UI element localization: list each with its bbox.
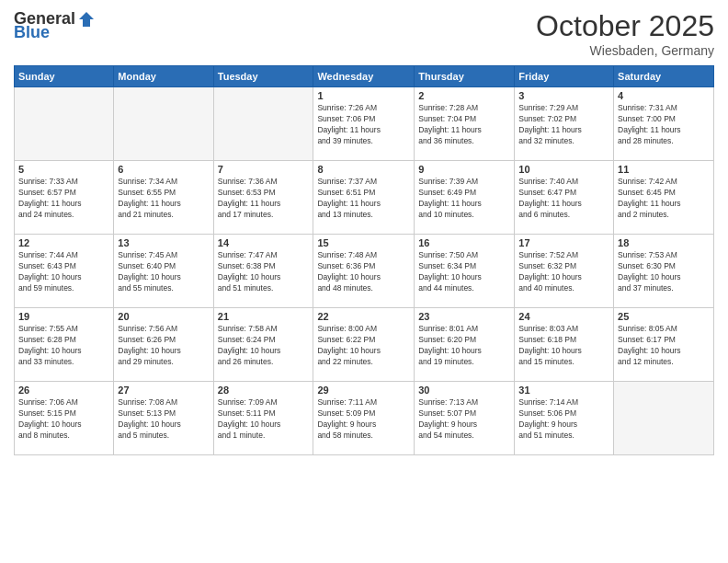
day-number: 7 <box>218 164 310 175</box>
day-number: 2 <box>418 90 510 101</box>
header-sunday: Sunday <box>15 66 114 87</box>
day-cell: 11Sunrise: 7:42 AMSunset: 6:45 PMDayligh… <box>614 161 714 235</box>
day-number: 11 <box>618 164 710 175</box>
header-monday: Monday <box>114 66 213 87</box>
day-number: 30 <box>418 385 510 396</box>
day-cell: 5Sunrise: 7:33 AMSunset: 6:57 PMDaylight… <box>15 161 114 235</box>
day-cell: 27Sunrise: 7:08 AMSunset: 5:13 PMDayligh… <box>114 382 213 455</box>
day-info: Sunrise: 7:53 AMSunset: 6:30 PMDaylight:… <box>618 250 710 294</box>
day-cell: 19Sunrise: 7:55 AMSunset: 6:28 PMDayligh… <box>15 308 114 382</box>
day-info: Sunrise: 7:08 AMSunset: 5:13 PMDaylight:… <box>118 397 209 442</box>
day-cell: 23Sunrise: 8:01 AMSunset: 6:20 PMDayligh… <box>415 308 515 382</box>
calendar-table: Sunday Monday Tuesday Wednesday Thursday… <box>14 65 714 455</box>
day-cell: 7Sunrise: 7:36 AMSunset: 6:53 PMDaylight… <box>213 161 313 235</box>
day-number: 31 <box>518 385 609 396</box>
header: General Blue October 2025 Wiesbaden, Ger… <box>14 9 714 58</box>
day-cell: 22Sunrise: 8:00 AMSunset: 6:22 PMDayligh… <box>313 308 415 382</box>
day-info: Sunrise: 7:39 AMSunset: 6:49 PMDaylight:… <box>418 177 510 221</box>
day-number: 22 <box>317 311 410 322</box>
day-number: 13 <box>118 237 209 248</box>
day-cell: 1Sunrise: 7:26 AMSunset: 7:06 PMDaylight… <box>313 87 415 161</box>
day-info: Sunrise: 7:14 AMSunset: 5:06 PMDaylight:… <box>518 397 609 442</box>
day-info: Sunrise: 7:28 AMSunset: 7:04 PMDaylight:… <box>418 103 510 147</box>
day-cell: 24Sunrise: 8:03 AMSunset: 6:18 PMDayligh… <box>515 308 614 382</box>
day-cell <box>614 382 714 455</box>
title-month: October 2025 <box>536 9 714 43</box>
day-info: Sunrise: 7:42 AMSunset: 6:45 PMDaylight:… <box>618 177 710 221</box>
day-number: 6 <box>118 164 209 175</box>
week-row-3: 12Sunrise: 7:44 AMSunset: 6:43 PMDayligh… <box>15 235 714 308</box>
day-info: Sunrise: 7:26 AMSunset: 7:06 PMDaylight:… <box>317 103 410 147</box>
day-info: Sunrise: 7:50 AMSunset: 6:34 PMDaylight:… <box>418 250 510 294</box>
day-info: Sunrise: 7:36 AMSunset: 6:53 PMDaylight:… <box>218 177 310 221</box>
day-cell <box>15 87 114 161</box>
svg-marker-0 <box>79 12 94 27</box>
day-number: 27 <box>118 385 209 396</box>
day-info: Sunrise: 7:47 AMSunset: 6:38 PMDaylight:… <box>218 250 310 294</box>
header-saturday: Saturday <box>614 66 714 87</box>
day-info: Sunrise: 8:03 AMSunset: 6:18 PMDaylight:… <box>518 324 609 368</box>
day-info: Sunrise: 7:45 AMSunset: 6:40 PMDaylight:… <box>118 250 209 294</box>
day-info: Sunrise: 7:11 AMSunset: 5:09 PMDaylight:… <box>317 397 410 442</box>
day-number: 21 <box>218 311 310 322</box>
day-info: Sunrise: 7:06 AMSunset: 5:15 PMDaylight:… <box>18 397 109 442</box>
day-number: 18 <box>618 237 710 248</box>
day-info: Sunrise: 7:34 AMSunset: 6:55 PMDaylight:… <box>118 177 209 221</box>
day-cell: 13Sunrise: 7:45 AMSunset: 6:40 PMDayligh… <box>114 235 213 308</box>
week-row-4: 19Sunrise: 7:55 AMSunset: 6:28 PMDayligh… <box>15 308 714 382</box>
title-block: October 2025 Wiesbaden, Germany <box>536 9 714 58</box>
day-cell: 6Sunrise: 7:34 AMSunset: 6:55 PMDaylight… <box>114 161 213 235</box>
day-info: Sunrise: 8:05 AMSunset: 6:17 PMDaylight:… <box>618 324 710 368</box>
day-cell: 8Sunrise: 7:37 AMSunset: 6:51 PMDaylight… <box>313 161 415 235</box>
day-info: Sunrise: 7:33 AMSunset: 6:57 PMDaylight:… <box>18 177 109 221</box>
day-info: Sunrise: 7:44 AMSunset: 6:43 PMDaylight:… <box>18 250 109 294</box>
day-number: 3 <box>518 90 609 101</box>
day-cell: 3Sunrise: 7:29 AMSunset: 7:02 PMDaylight… <box>515 87 614 161</box>
header-friday: Friday <box>515 66 614 87</box>
day-info: Sunrise: 7:52 AMSunset: 6:32 PMDaylight:… <box>518 250 609 294</box>
day-cell <box>213 87 313 161</box>
weekday-header-row: Sunday Monday Tuesday Wednesday Thursday… <box>15 66 714 87</box>
day-cell: 15Sunrise: 7:48 AMSunset: 6:36 PMDayligh… <box>313 235 415 308</box>
day-cell: 18Sunrise: 7:53 AMSunset: 6:30 PMDayligh… <box>614 235 714 308</box>
day-number: 26 <box>18 385 109 396</box>
day-number: 28 <box>218 385 310 396</box>
day-number: 20 <box>118 311 209 322</box>
day-number: 15 <box>317 237 410 248</box>
logo-blue: Blue <box>14 23 50 42</box>
logo-icon <box>77 10 96 29</box>
header-thursday: Thursday <box>415 66 515 87</box>
day-number: 19 <box>18 311 109 322</box>
day-number: 17 <box>518 237 609 248</box>
day-cell: 2Sunrise: 7:28 AMSunset: 7:04 PMDaylight… <box>415 87 515 161</box>
day-cell: 12Sunrise: 7:44 AMSunset: 6:43 PMDayligh… <box>15 235 114 308</box>
day-info: Sunrise: 8:01 AMSunset: 6:20 PMDaylight:… <box>418 324 510 368</box>
day-number: 8 <box>317 164 410 175</box>
day-number: 4 <box>618 90 710 101</box>
page: General Blue October 2025 Wiesbaden, Ger… <box>0 0 728 563</box>
day-cell: 16Sunrise: 7:50 AMSunset: 6:34 PMDayligh… <box>415 235 515 308</box>
header-wednesday: Wednesday <box>313 66 415 87</box>
day-cell: 31Sunrise: 7:14 AMSunset: 5:06 PMDayligh… <box>515 382 614 455</box>
day-cell: 26Sunrise: 7:06 AMSunset: 5:15 PMDayligh… <box>15 382 114 455</box>
day-number: 10 <box>518 164 609 175</box>
day-info: Sunrise: 7:55 AMSunset: 6:28 PMDaylight:… <box>18 324 109 368</box>
day-number: 5 <box>18 164 109 175</box>
day-cell: 20Sunrise: 7:56 AMSunset: 6:26 PMDayligh… <box>114 308 213 382</box>
day-cell: 17Sunrise: 7:52 AMSunset: 6:32 PMDayligh… <box>515 235 614 308</box>
day-cell: 25Sunrise: 8:05 AMSunset: 6:17 PMDayligh… <box>614 308 714 382</box>
day-cell: 10Sunrise: 7:40 AMSunset: 6:47 PMDayligh… <box>515 161 614 235</box>
day-info: Sunrise: 7:56 AMSunset: 6:26 PMDaylight:… <box>118 324 209 368</box>
week-row-2: 5Sunrise: 7:33 AMSunset: 6:57 PMDaylight… <box>15 161 714 235</box>
week-row-1: 1Sunrise: 7:26 AMSunset: 7:06 PMDaylight… <box>15 87 714 161</box>
day-number: 1 <box>317 90 410 101</box>
day-cell: 14Sunrise: 7:47 AMSunset: 6:38 PMDayligh… <box>213 235 313 308</box>
day-cell: 4Sunrise: 7:31 AMSunset: 7:00 PMDaylight… <box>614 87 714 161</box>
day-number: 24 <box>518 311 609 322</box>
logo: General Blue <box>14 9 96 42</box>
day-info: Sunrise: 7:09 AMSunset: 5:11 PMDaylight:… <box>218 397 310 442</box>
day-cell: 9Sunrise: 7:39 AMSunset: 6:49 PMDaylight… <box>415 161 515 235</box>
day-info: Sunrise: 7:40 AMSunset: 6:47 PMDaylight:… <box>518 177 609 221</box>
day-info: Sunrise: 7:48 AMSunset: 6:36 PMDaylight:… <box>317 250 410 294</box>
day-number: 12 <box>18 237 109 248</box>
